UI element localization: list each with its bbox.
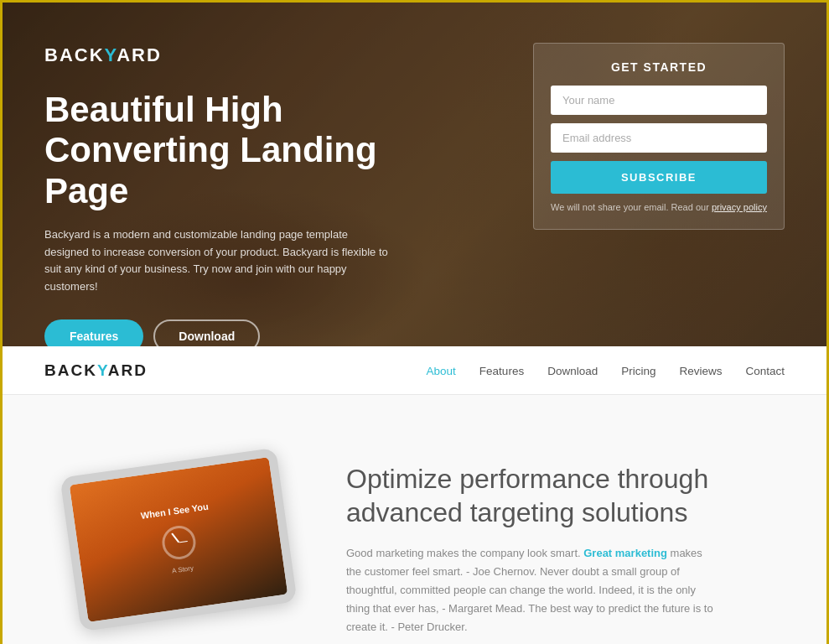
nav-item-reviews[interactable]: Reviews xyxy=(679,363,722,378)
hero-description: Backyard is a modern and customizable la… xyxy=(44,226,388,296)
hero-title: Beautiful High Converting Landing Page xyxy=(44,90,447,211)
clock-hand-minute xyxy=(179,541,187,543)
nav-links: About Features Download Pricing Reviews … xyxy=(427,363,785,378)
nav-link-features[interactable]: Features xyxy=(479,365,524,377)
email-input[interactable] xyxy=(551,123,767,153)
hero-left-content: BACKYARD Beautiful High Converting Landi… xyxy=(44,28,500,346)
nav-logo: BACKYARD xyxy=(44,361,148,380)
nav-item-features[interactable]: Features xyxy=(479,363,524,378)
tablet-clock xyxy=(160,523,198,561)
clock-hand-hour xyxy=(171,532,179,543)
download-button[interactable]: Download xyxy=(153,319,260,346)
nav-item-contact[interactable]: Contact xyxy=(745,363,785,378)
nav-item-about[interactable]: About xyxy=(427,363,456,378)
main-content: Optimize performance through advanced ta… xyxy=(346,445,785,636)
highlight-text: Great marketing xyxy=(583,547,667,559)
nav-link-download[interactable]: Download xyxy=(547,365,598,377)
tablet-screen: When I See You A Story xyxy=(70,457,288,622)
tablet-mockup: When I See You A Story xyxy=(61,454,296,630)
nav-item-pricing[interactable]: Pricing xyxy=(621,363,655,378)
tablet-subtitle: A Story xyxy=(172,564,194,575)
main-heading: Optimize performance through advanced ta… xyxy=(346,462,785,529)
tablet-body: When I See You A Story xyxy=(60,448,297,631)
hero-form-area: GET STARTED SUBSCRIBE We will not share … xyxy=(533,43,785,230)
nav-link-reviews[interactable]: Reviews xyxy=(679,365,722,377)
nav-link-pricing[interactable]: Pricing xyxy=(621,365,655,377)
hero-section: BACKYARD Beautiful High Converting Landi… xyxy=(3,3,826,346)
get-started-form: GET STARTED SUBSCRIBE We will not share … xyxy=(533,43,785,230)
nav-link-about[interactable]: About xyxy=(427,365,456,377)
hero-logo: BACKYARD xyxy=(44,44,500,66)
features-button[interactable]: Features xyxy=(44,319,143,346)
privacy-notice: We will not share your email. Read our p… xyxy=(551,202,767,212)
subscribe-button[interactable]: SUBSCRIBE xyxy=(551,161,767,194)
nav-link-contact[interactable]: Contact xyxy=(745,365,785,377)
main-body: Good marketing makes the company look sm… xyxy=(346,544,715,636)
privacy-policy-link[interactable]: privacy policy xyxy=(712,202,767,212)
hero-buttons: Features Download xyxy=(44,319,500,346)
product-image-area: When I See You A Story xyxy=(44,445,313,630)
navbar: BACKYARD About Features Download Pricing… xyxy=(3,346,826,395)
tablet-title: When I See You xyxy=(140,501,209,521)
nav-item-download[interactable]: Download xyxy=(547,363,598,378)
name-input[interactable] xyxy=(551,86,767,115)
form-title: GET STARTED xyxy=(551,60,767,74)
main-section: When I See You A Story Optimize performa… xyxy=(3,395,826,644)
